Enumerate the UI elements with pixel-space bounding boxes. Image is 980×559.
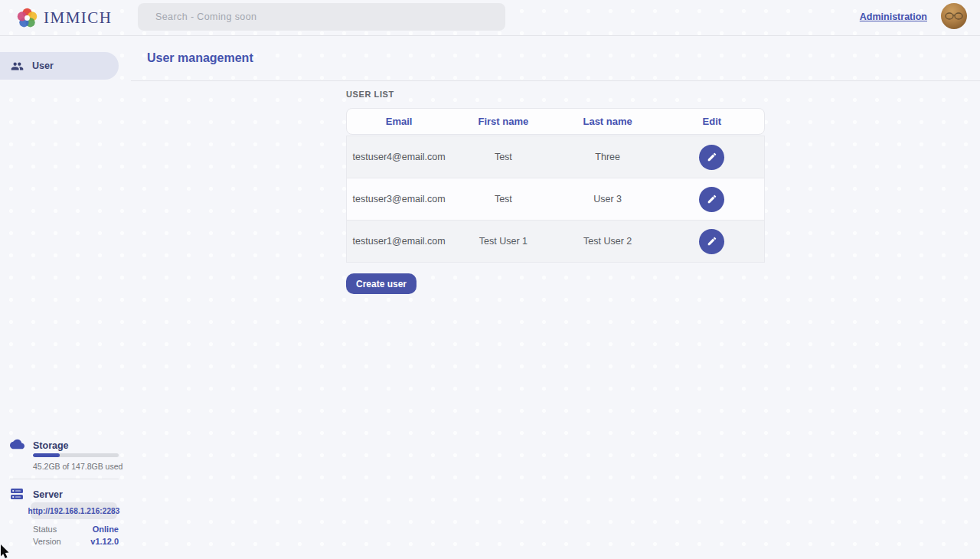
brand: IMMICH bbox=[17, 0, 113, 36]
column-header-email: Email bbox=[347, 116, 451, 127]
user-first-name: Test User 1 bbox=[451, 236, 555, 247]
immich-logo-icon bbox=[17, 8, 38, 28]
column-header-edit: Edit bbox=[660, 116, 764, 127]
sidebar-divider bbox=[10, 479, 119, 479]
sidebar-item-user[interactable]: User bbox=[0, 52, 119, 80]
user-list-label: USER LIST bbox=[346, 90, 394, 99]
server-icon bbox=[11, 488, 23, 500]
top-bar: IMMICH Administration bbox=[0, 0, 980, 36]
table-row: testuser1@email.com Test User 1 Test Use… bbox=[346, 220, 765, 263]
user-email: testuser3@email.com bbox=[347, 194, 451, 204]
administration-link[interactable]: Administration bbox=[860, 11, 927, 22]
user-last-name: Test User 2 bbox=[556, 236, 660, 247]
version-value: v1.12.0 bbox=[90, 537, 119, 546]
user-last-name: Three bbox=[556, 152, 660, 162]
server-url-pill: http://192.168.1.216:2283 bbox=[31, 502, 117, 519]
version-label: Version bbox=[33, 537, 61, 546]
server-status-row: Status Online bbox=[33, 525, 119, 534]
edit-user-button[interactable] bbox=[699, 229, 724, 254]
storage-usage-text: 45.2GB of 147.8GB used bbox=[33, 462, 122, 471]
user-first-name: Test bbox=[451, 194, 555, 204]
user-table-rows: testuser4@email.com Test Three testuser3… bbox=[346, 136, 765, 263]
storage-section-title: Storage bbox=[33, 440, 69, 451]
status-value: Online bbox=[93, 525, 119, 534]
pencil-edit-icon bbox=[707, 152, 717, 162]
column-header-last-name: Last name bbox=[556, 116, 660, 127]
glasses-photo-detail bbox=[944, 11, 964, 21]
pencil-edit-icon bbox=[707, 236, 717, 247]
user-last-name: User 3 bbox=[556, 194, 660, 204]
users-group-icon bbox=[11, 60, 24, 73]
server-section-title: Server bbox=[33, 489, 63, 500]
user-table-header: Email First name Last name Edit bbox=[346, 108, 765, 135]
server-url: http://192.168.1.216:2283 bbox=[28, 507, 120, 515]
table-row: testuser4@email.com Test Three bbox=[346, 136, 765, 178]
table-row: testuser3@email.com Test User 3 bbox=[346, 178, 765, 221]
storage-progress-bar bbox=[33, 453, 119, 457]
user-email: testuser4@email.com bbox=[347, 152, 451, 162]
user-first-name: Test bbox=[451, 152, 555, 162]
column-header-first-name: First name bbox=[451, 116, 555, 127]
storage-progress-fill bbox=[33, 453, 60, 457]
page-title: User management bbox=[147, 51, 253, 65]
server-version-row: Version v1.12.0 bbox=[33, 537, 119, 546]
avatar[interactable] bbox=[941, 3, 967, 29]
create-user-button[interactable]: Create user bbox=[346, 273, 416, 294]
search-input[interactable] bbox=[138, 3, 505, 31]
mouse-cursor bbox=[0, 544, 12, 559]
pencil-edit-icon bbox=[707, 194, 717, 204]
status-label: Status bbox=[33, 525, 57, 534]
main-header: User management bbox=[131, 36, 980, 81]
sidebar-item-user-label: User bbox=[32, 60, 54, 71]
cloud-storage-icon bbox=[10, 438, 24, 450]
user-email: testuser1@email.com bbox=[347, 236, 451, 247]
edit-user-button[interactable] bbox=[699, 187, 724, 212]
brand-name: IMMICH bbox=[44, 8, 113, 28]
edit-user-button[interactable] bbox=[699, 145, 724, 170]
